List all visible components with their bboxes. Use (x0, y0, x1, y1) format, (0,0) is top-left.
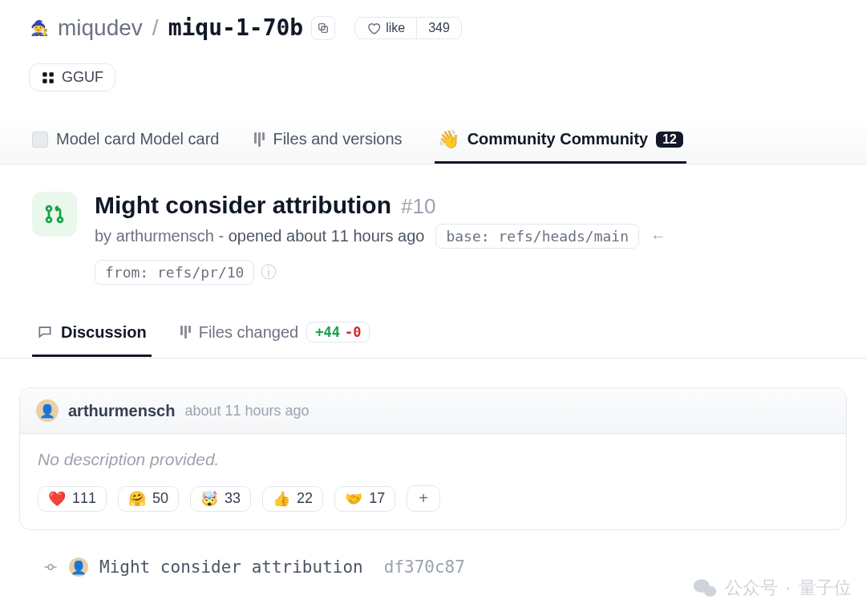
comment-author-link[interactable]: arthurmensch (68, 402, 175, 420)
comment-time: about 11 hours ago (184, 403, 309, 419)
copy-repo-button[interactable] (311, 16, 335, 40)
tab-files[interactable]: Files and versions (251, 119, 405, 164)
copy-icon (317, 22, 330, 34)
svg-rect-3 (50, 72, 54, 76)
svg-rect-4 (42, 79, 47, 83)
repo-link[interactable]: miqu-1-70b (168, 14, 304, 41)
svg-point-7 (47, 217, 51, 222)
svg-rect-5 (50, 79, 54, 83)
pr-open-icon (32, 192, 77, 237)
tab-label: Model card Model card (56, 130, 219, 148)
like-count[interactable]: 349 (417, 18, 461, 38)
info-icon[interactable]: ⓘ (261, 261, 277, 283)
pr-subtabs: Discussion Files changed +44-0 (0, 285, 866, 359)
like-label: like (386, 21, 405, 35)
owner-avatar: 🧙 (29, 18, 50, 38)
commit-message: Might consider attribution (99, 557, 363, 577)
user-avatar[interactable]: 👤 (36, 399, 59, 422)
git-pr-icon (43, 203, 66, 225)
like-button[interactable]: like (355, 18, 417, 38)
tag-gguf[interactable]: GGUF (29, 63, 115, 91)
main-tabs: Model card Model card Files and versions… (0, 119, 866, 164)
list-icon (180, 326, 191, 338)
like-box: like 349 (354, 17, 462, 39)
add-reaction-button[interactable]: + (407, 485, 440, 512)
base-ref[interactable]: base: refs/heads/main (435, 224, 639, 249)
commit-dot-icon (43, 560, 58, 574)
wechat-icon (693, 578, 717, 598)
reaction-heart[interactable]: ❤️111 (38, 486, 107, 512)
list-icon (254, 132, 265, 147)
owner-link[interactable]: miqudev (58, 15, 143, 41)
svg-rect-2 (42, 72, 47, 76)
chat-icon (37, 324, 53, 340)
subtab-label: Discussion (61, 323, 147, 342)
from-ref[interactable]: from: refs/pr/10 (95, 260, 254, 285)
comment-body: No description provided. (38, 450, 828, 469)
commit-row[interactable]: 👤 Might consider attribution df370c87 (19, 530, 847, 577)
commit-author-avatar[interactable]: 👤 (69, 557, 88, 577)
cube-icon (32, 132, 48, 148)
tab-community[interactable]: 👋 Community Community 12 (435, 119, 686, 164)
pr-byline: by arthurmensch - opened about 11 hours … (95, 227, 424, 245)
tab-label: Community Community (467, 130, 649, 148)
pr-title: Might consider attribution (95, 192, 391, 219)
reaction-hug[interactable]: 🤗50 (118, 486, 179, 512)
reaction-mindblown[interactable]: 🤯33 (190, 486, 251, 512)
subtab-files-changed[interactable]: Files changed +44-0 (176, 315, 375, 358)
svg-point-9 (48, 565, 53, 569)
reactions: ❤️111 🤗50 🤯33 👍22 🤝17 + (38, 485, 828, 512)
diff-stat-badge: +44-0 (306, 322, 370, 342)
arrow-left-icon: ← (650, 227, 666, 245)
pr-number: #10 (401, 194, 435, 219)
breadcrumb-slash: / (151, 15, 160, 41)
subtab-label: Files changed (199, 323, 299, 342)
tag-label: GGUF (62, 69, 103, 86)
reaction-handshake[interactable]: 🤝17 (334, 486, 395, 512)
svg-point-10 (694, 579, 710, 593)
svg-point-11 (704, 586, 716, 597)
pr-author-link[interactable]: arthurmensch (116, 227, 214, 245)
community-count-badge: 12 (656, 132, 683, 148)
commit-sha[interactable]: df370c87 (384, 557, 465, 577)
grid-icon (41, 71, 55, 85)
comment-card: 👤 arthurmensch about 11 hours ago No des… (19, 387, 847, 530)
svg-point-8 (58, 217, 63, 222)
subtab-discussion[interactable]: Discussion (32, 317, 152, 357)
heart-icon (366, 21, 381, 35)
watermark: 公众号 · 量子位 (693, 576, 852, 600)
tab-label: Files and versions (273, 130, 402, 148)
tab-model-card[interactable]: Model card Model card (29, 119, 222, 164)
svg-point-6 (47, 206, 51, 211)
wave-icon: 👋 (438, 131, 459, 148)
reaction-thumbsup[interactable]: 👍22 (262, 486, 323, 512)
